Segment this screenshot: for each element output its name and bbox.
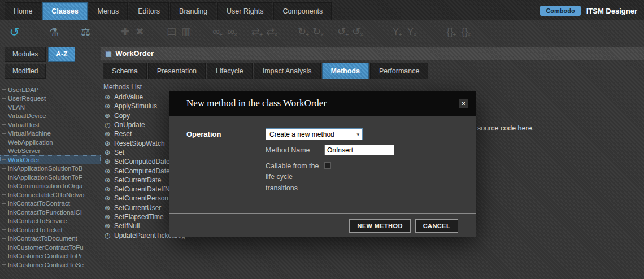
method-name: SetCurrentPerson — [114, 194, 168, 202]
sidebar-class-item[interactable]: VirtualHost — [0, 120, 101, 129]
dialog-title-bar: New method in the class WorkOrder × — [169, 91, 476, 116]
tab-components[interactable]: Components — [273, 2, 332, 20]
tool-modifier: + — [453, 32, 456, 38]
branch-add-icon[interactable]: Y+ — [390, 27, 404, 38]
nav-tab-label: Editors — [138, 7, 160, 15]
tool-modifier: + — [345, 32, 349, 38]
operation-label: Operation — [186, 130, 266, 138]
delete-icon[interactable]: ✖ — [132, 27, 147, 38]
sidebar-class-item[interactable]: VirtualDevice — [0, 112, 101, 121]
method-name: SetComputedDate — [114, 158, 170, 165]
sidebar-class-item[interactable]: lnkConnectableCIToNetwo — [0, 190, 101, 199]
sidebar-class-item[interactable]: lnkContactToFunctionalCI — [0, 208, 101, 217]
stimulus-delete-icon[interactable]: ↻× — [311, 27, 325, 38]
tab-lifecycle[interactable]: Lifecycle — [207, 63, 253, 79]
scales-icon[interactable]: ⚖ — [78, 27, 93, 38]
tool-glyph: Y — [407, 26, 414, 37]
sidebar-class-item[interactable]: lnkContactToService — [0, 217, 101, 226]
sidebar-class-item[interactable]: WebApplication — [0, 138, 101, 147]
link-delete-icon[interactable]: ∞× — [225, 27, 240, 38]
toolbar: ↺ ⚗ ⚖ ✚ ✖ ▤ ▥ ∞+ ∞× ⇄+ — [0, 20, 644, 44]
stimulus-add-icon[interactable]: ↻+ — [296, 27, 311, 38]
tab-home[interactable]: Home — [5, 2, 41, 20]
sidebar-class-item[interactable]: lnkCommunicationToOrga — [0, 182, 101, 191]
transition-add-icon[interactable]: ↺+ — [336, 27, 350, 38]
external-key-delete-icon[interactable]: ⇄× — [264, 27, 279, 38]
class-name: WebApplication — [8, 139, 53, 146]
tab-branding[interactable]: Branding — [170, 2, 216, 20]
tool-modifier: × — [414, 32, 417, 38]
tab-methods[interactable]: Methods — [322, 63, 369, 79]
tab-impact-analysis[interactable]: Impact Analysis — [254, 63, 321, 79]
operation-select[interactable]: Create a new method ▾ — [266, 128, 363, 140]
method-icon: ⊛ — [103, 222, 111, 230]
sidebar-class-item[interactable]: lnkCustomerContractToPr — [0, 252, 101, 261]
field-list-icon[interactable]: ▥ — [179, 27, 193, 38]
sidebar-class-item[interactable]: WebServer — [0, 147, 101, 156]
sidebar-class-item[interactable]: VLAN — [0, 103, 101, 112]
sidebar-class-item[interactable]: WorkOrder — [0, 155, 101, 164]
nav-tab-label: Components — [282, 7, 323, 15]
sidebar-class-item[interactable]: UserLDAP — [0, 85, 101, 94]
class-name: WebServer — [8, 147, 40, 154]
sidebar-class-item[interactable]: lnkContactToContract — [0, 199, 101, 208]
tool-modifier: + — [259, 32, 263, 38]
tab-presentation[interactable]: Presentation — [148, 63, 206, 79]
tab-user-rights[interactable]: User Rights — [217, 2, 272, 20]
tool-modifier: + — [399, 32, 402, 38]
tool-glyph: ✚ — [121, 26, 129, 37]
method-name: Set — [114, 149, 124, 156]
flask-icon[interactable]: ⚗ — [46, 27, 61, 38]
top-nav: Home Classes Menus Editors Branding User… — [0, 0, 644, 20]
sidebar-tab-az[interactable]: A-Z — [48, 47, 75, 62]
sidebar-class-item[interactable]: lnkCustomerContractToSe — [0, 260, 101, 269]
sidebar-class-item[interactable]: VirtualMachine — [0, 129, 101, 138]
tool-glyph: ↻ — [312, 26, 321, 37]
tool-modifier: × — [360, 32, 363, 38]
dialog-title: New method in the class WorkOrder — [186, 98, 327, 109]
tool-glyph: ⚗ — [49, 26, 59, 38]
sidebar-class-item[interactable]: lnkContactToTicket — [0, 225, 101, 234]
nav-tab-label: Home — [14, 7, 32, 15]
method-name: OnUpdate — [114, 121, 145, 129]
sidebar-tab-modules[interactable]: Modules — [5, 47, 46, 62]
external-key-add-icon[interactable]: ⇄+ — [250, 27, 264, 38]
brand-badge[interactable]: Combodo — [540, 6, 580, 16]
nav-tab-label: Classes — [51, 7, 78, 15]
sidebar-tab-modified[interactable]: Modified — [5, 64, 46, 79]
callable-checkbox[interactable] — [324, 162, 331, 169]
tool-glyph: {} — [462, 26, 468, 37]
braces-add-icon[interactable]: {}+ — [444, 27, 459, 38]
tab-classes[interactable]: Classes — [42, 2, 87, 20]
class-tabs: Schema Presentation Lifecycle Impact Ana… — [101, 60, 644, 79]
tool-glyph: ▤ — [167, 26, 176, 37]
class-name: WorkOrder — [8, 156, 40, 163]
tab-editors[interactable]: Editors — [129, 2, 169, 20]
close-icon[interactable]: × — [459, 99, 468, 108]
braces-delete-icon[interactable]: {}× — [459, 27, 473, 38]
topnav-right: Combodo ITSM Designer — [540, 6, 639, 20]
sidebar-class-item[interactable]: UserRequest — [0, 94, 101, 103]
tab-performance[interactable]: Performance — [370, 63, 429, 79]
undo-icon[interactable]: ↺ — [7, 26, 21, 39]
sidebar-class-item[interactable]: lnkApplicationSolutionToB — [0, 164, 101, 173]
sidebar-class-item[interactable]: lnkContractToDocument — [0, 234, 101, 243]
method-icon: ⊛ — [103, 112, 111, 120]
class-name: lnkContactToTicket — [8, 226, 63, 233]
class-list: UserLDAP UserRequest VLAN VirtualDevice … — [0, 85, 101, 269]
add-icon[interactable]: ✚ — [118, 27, 132, 38]
sidebar-class-item[interactable]: lnkCustomerContractToFu — [0, 243, 101, 252]
new-method-button[interactable]: NEW METHOD — [349, 219, 410, 233]
method-name: SetComputedDateIf — [114, 167, 173, 175]
cancel-button[interactable]: CANCEL — [415, 219, 458, 233]
method-name-input[interactable] — [324, 145, 394, 155]
sidebar-class-item[interactable]: lnkApplicationSolutionToF — [0, 173, 101, 182]
transition-delete-icon[interactable]: ↺× — [350, 27, 365, 38]
field-edit-icon[interactable]: ▤ — [164, 27, 179, 38]
tab-schema[interactable]: Schema — [103, 63, 147, 79]
tab-menus[interactable]: Menus — [89, 2, 128, 20]
link-add-icon[interactable]: ∞+ — [210, 27, 225, 38]
tool-glyph: {} — [447, 26, 454, 37]
branch-delete-icon[interactable]: Y× — [404, 27, 419, 38]
tool-glyph: ⇄ — [266, 26, 275, 37]
